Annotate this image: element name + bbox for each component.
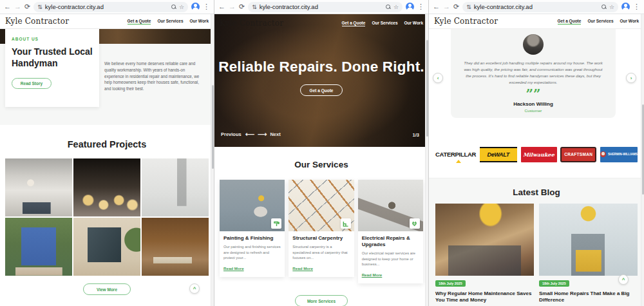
nav-our-work[interactable]: Our Work [404, 21, 424, 26]
browser-menu-icon[interactable]: ⋮ [203, 3, 210, 10]
nav-our-services[interactable]: Our Services [587, 19, 613, 24]
scroll-top-button[interactable]: ^ [618, 274, 629, 285]
project-photo-kitchen-white[interactable] [5, 158, 72, 216]
nav-our-services[interactable]: Our Services [372, 21, 397, 26]
craftsman-text: CRAFTSMAN [564, 152, 592, 157]
dewalt-text: DeWALT [488, 151, 510, 158]
nav-our-work[interactable]: Our Work [190, 19, 209, 24]
read-more-link[interactable]: Read More [362, 273, 383, 277]
service-image-electrical [358, 180, 423, 231]
about-paragraph: We believe every home deserves reliable … [104, 61, 204, 92]
bookmark-star-icon[interactable]: ☆ [179, 4, 184, 10]
url-text[interactable]: kyle-contractor.city.ad [474, 3, 599, 10]
zoom-search-icon[interactable] [601, 5, 607, 10]
blog-card-maintenance[interactable]: 18th July 2025 Why Regular Home Maintena… [435, 204, 534, 306]
scrollbar-thumb[interactable] [426, 40, 428, 137]
sherwin-text: SHERWIN-WILLIAMS [608, 153, 638, 156]
milwaukee-text: Milwaukee [523, 151, 554, 158]
service-card-carpentry[interactable]: Structural Carpentry Structural carpentr… [289, 180, 354, 277]
site-logo[interactable]: Kyle Contractor [220, 19, 283, 28]
address-bar[interactable]: ⇅ kyle-contractor.city.ad ☆ [248, 2, 402, 12]
scroll-top-button[interactable]: ^ [189, 283, 200, 294]
zoom-search-icon[interactable] [171, 5, 176, 10]
profile-avatar-icon[interactable] [621, 3, 630, 11]
blog-cards: 18th July 2025 Why Regular Home Maintena… [435, 204, 638, 306]
nav-our-work[interactable]: Our Work [620, 19, 639, 24]
browser-menu-icon[interactable]: ⋮ [417, 3, 424, 10]
project-photo-blue-shed[interactable] [5, 218, 72, 276]
nav-get-a-quote[interactable]: Get a Quote [558, 19, 582, 24]
more-services-button[interactable]: More Services [295, 295, 348, 306]
view-more-button[interactable]: View More [83, 283, 131, 295]
site-header: Kyle Contractor Get a Quote Our Services… [0, 14, 214, 29]
featured-projects-section: Featured Projects View More ^ [0, 125, 214, 305]
browser-window-1: ← → ⟳ ⇅ kyle-contractor.city.ad ☆ ⋮ Kyle… [0, 0, 214, 306]
blog-title[interactable]: Why Regular Home Maintenance Saves You T… [435, 291, 534, 304]
reload-icon[interactable]: ⟳ [24, 3, 30, 10]
service-card-electrical[interactable]: Electrical Repairs & Upgrades Our electr… [358, 180, 423, 283]
project-photo-bathroom-shower[interactable] [142, 158, 209, 216]
testimonial-section: They did an excellent job handling multi… [429, 29, 644, 131]
forward-icon[interactable]: → [229, 3, 236, 10]
browser-menu-icon[interactable]: ⋮ [633, 3, 640, 10]
carpentry-square-icon [341, 218, 351, 229]
nav-our-services[interactable]: Our Services [157, 19, 183, 24]
browser-toolbar: ← → ⟳ ⇅ kyle-contractor.city.ad ☆ ⋮ [429, 0, 644, 14]
url-text[interactable]: kyle-contractor.city.ad [260, 3, 383, 10]
hero-heading: Reliable Repairs. Done Right. [214, 59, 428, 75]
blog-title[interactable]: Small Home Repairs That Make a Big Diffe… [539, 291, 638, 304]
profile-avatar-icon[interactable] [191, 3, 200, 11]
latest-blog-section: Latest Blog 18th July 2025 Why Regular H… [429, 178, 644, 306]
zoom-search-icon[interactable] [386, 5, 391, 10]
hero-carousel-nav: Previous ⟵ ⟶ Next [221, 131, 281, 138]
url-text[interactable]: kyle-contractor.city.ad [45, 3, 169, 10]
craftsman-logo: CRAFTSMAN [560, 147, 596, 162]
site-logo[interactable]: Kyle Contractor [434, 17, 498, 26]
service-card-painting[interactable]: Painting & Finishing Our painting and fi… [220, 180, 285, 277]
slide-counter: 1/3 [413, 132, 419, 138]
scrollbar-thumb[interactable] [212, 85, 214, 169]
nav-get-a-quote[interactable]: Get a Quote [342, 21, 366, 26]
get-a-quote-button[interactable]: Get a Quote [300, 84, 343, 96]
arrow-left-icon[interactable]: ⟵ [245, 131, 254, 138]
back-icon[interactable]: ← [218, 3, 225, 10]
read-more-link[interactable]: Read More [223, 266, 244, 271]
sherwin-williams-logo: SHERWIN-WILLIAMS [600, 147, 638, 162]
testimonial-prev-button[interactable]: ‹ [433, 73, 443, 83]
site-logo[interactable]: Kyle Contractor [5, 17, 69, 26]
service-title: Structural Carpentry [292, 235, 350, 242]
bookmark-star-icon[interactable]: ☆ [609, 4, 614, 10]
site-nav: Get a Quote Our Services Our Work [128, 19, 209, 24]
service-image-painting [220, 180, 285, 231]
project-photo-wood-kitchen[interactable] [142, 218, 209, 276]
project-photo-pendant-lights[interactable] [73, 158, 140, 216]
caterpillar-triangle-icon [456, 160, 461, 163]
read-more-link[interactable]: Read More [292, 266, 313, 271]
blog-card-repairs[interactable]: 18th July 2025 Small Home Repairs That M… [539, 204, 638, 306]
testimonial-name: Hackson Willing [461, 101, 605, 107]
tune-icon[interactable]: ⇅ [466, 4, 471, 10]
address-bar[interactable]: ⇅ kyle-contractor.city.ad ☆ [462, 2, 618, 12]
arrow-right-icon[interactable]: ⟶ [258, 131, 266, 138]
browser-toolbar: ← → ⟳ ⇅ kyle-contractor.city.ad ☆ ⋮ [214, 0, 428, 14]
testimonial-next-button[interactable]: › [626, 73, 636, 83]
tune-icon[interactable]: ⇅ [37, 4, 43, 10]
back-icon[interactable]: ← [433, 3, 440, 10]
bookmark-star-icon[interactable]: ☆ [393, 4, 399, 10]
reload-icon[interactable]: ⟳ [453, 3, 459, 10]
service-excerpt: Our electrical repair services are desig… [362, 251, 419, 267]
reload-icon[interactable]: ⟳ [239, 3, 245, 10]
address-bar[interactable]: ⇅ kyle-contractor.city.ad ☆ [33, 2, 188, 12]
forward-icon[interactable]: → [443, 3, 450, 10]
browser-window-2: ← → ⟳ ⇅ kyle-contractor.city.ad ☆ ⋮ Kyle… [214, 0, 429, 306]
next-label[interactable]: Next [270, 131, 280, 137]
nav-get-a-quote[interactable]: Get a Quote [128, 19, 151, 24]
tune-icon[interactable]: ⇅ [252, 4, 257, 10]
project-photo-stone-window[interactable] [73, 218, 140, 276]
back-icon[interactable]: ← [4, 3, 11, 10]
forward-icon[interactable]: → [14, 3, 21, 10]
previous-label[interactable]: Previous [221, 131, 242, 137]
profile-avatar-icon[interactable] [406, 3, 414, 11]
about-card: ABOUT US Your Trusted Local Handyman Rea… [5, 29, 99, 107]
read-story-button[interactable]: Read Story [12, 78, 52, 89]
